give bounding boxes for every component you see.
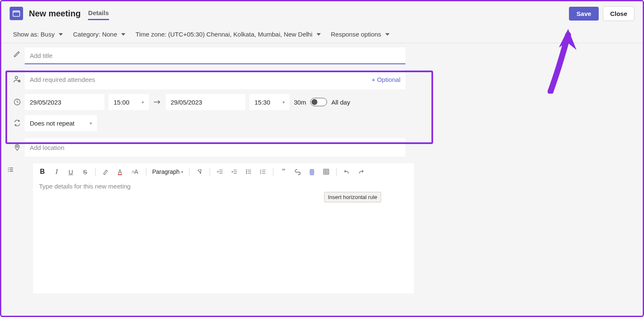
response-options-dropdown[interactable]: Response options bbox=[331, 31, 390, 38]
clock-icon bbox=[10, 94, 25, 106]
divider bbox=[336, 168, 337, 176]
underline-button[interactable]: U bbox=[67, 168, 75, 176]
location-icon bbox=[10, 137, 25, 151]
tooltip: Insert horizontal rule bbox=[324, 192, 381, 202]
svg-rect-1 bbox=[13, 11, 20, 13]
svg-rect-6 bbox=[118, 174, 122, 175]
end-time-field[interactable]: 15:30▾ bbox=[249, 94, 290, 110]
svg-point-9 bbox=[246, 173, 247, 174]
font-size-button[interactable]: AA bbox=[130, 168, 140, 176]
divider bbox=[210, 168, 210, 176]
show-as-dropdown[interactable]: Show as: Busy bbox=[13, 31, 63, 38]
outdent-button[interactable] bbox=[216, 168, 224, 176]
horizontal-rule-button[interactable] bbox=[308, 168, 316, 176]
duration-label: 30m bbox=[294, 99, 306, 106]
arrow-right-icon bbox=[153, 99, 161, 105]
recurrence-dropdown[interactable]: Does not repeat▾ bbox=[25, 115, 97, 131]
editor-toolbar: B I U S AA Paragraph▾ 123 ” bbox=[33, 163, 414, 180]
strikethrough-button[interactable]: S bbox=[81, 168, 89, 176]
quote-button[interactable]: ” bbox=[279, 168, 288, 176]
svg-point-7 bbox=[246, 170, 247, 171]
paragraph-dropdown[interactable]: Paragraph▾ bbox=[152, 168, 183, 175]
attendees-input[interactable]: Add required attendees + Optional bbox=[25, 69, 405, 89]
svg-rect-13 bbox=[324, 169, 329, 174]
numbered-list-button[interactable]: 123 bbox=[259, 168, 267, 176]
all-day-label: All day bbox=[331, 99, 350, 106]
indent-button[interactable] bbox=[230, 168, 239, 176]
divider bbox=[146, 168, 146, 176]
italic-button[interactable]: I bbox=[52, 168, 61, 176]
undo-button[interactable] bbox=[343, 168, 351, 176]
end-date-field[interactable]: 29/05/2023 bbox=[166, 94, 245, 110]
divider bbox=[273, 168, 273, 176]
redo-button[interactable] bbox=[357, 168, 365, 176]
add-optional-link[interactable]: + Optional bbox=[371, 76, 400, 83]
pencil-icon bbox=[10, 50, 25, 58]
svg-point-2 bbox=[15, 76, 18, 79]
category-dropdown[interactable]: Category: None bbox=[73, 31, 125, 38]
svg-point-8 bbox=[246, 171, 247, 173]
all-day-toggle[interactable] bbox=[310, 98, 327, 106]
people-icon bbox=[10, 70, 25, 84]
start-time-field[interactable]: 15:00▾ bbox=[109, 94, 149, 110]
page-title: New meeting bbox=[29, 9, 80, 18]
svg-point-5 bbox=[16, 146, 18, 147]
description-icon bbox=[3, 157, 18, 173]
clear-formatting-button[interactable] bbox=[195, 168, 204, 176]
tab-details[interactable]: Details bbox=[88, 7, 109, 20]
timezone-dropdown[interactable]: Time zone: (UTC+05:30) Chennai, Kolkata,… bbox=[135, 31, 321, 38]
link-button[interactable] bbox=[293, 168, 302, 176]
title-input[interactable] bbox=[25, 47, 405, 64]
font-color-button[interactable] bbox=[116, 168, 124, 176]
highlight-button[interactable] bbox=[101, 168, 110, 176]
calendar-icon bbox=[10, 7, 23, 20]
header-bar: New meeting Details Save Close bbox=[1, 1, 643, 26]
repeat-icon bbox=[10, 115, 25, 127]
divider bbox=[95, 168, 96, 176]
svg-text:3: 3 bbox=[260, 172, 261, 175]
bullet-list-button[interactable] bbox=[244, 168, 253, 176]
table-button[interactable] bbox=[322, 168, 330, 176]
location-input[interactable]: Add location bbox=[25, 138, 405, 157]
start-date-field[interactable]: 29/05/2023 bbox=[25, 94, 104, 110]
description-editor: B I U S AA Paragraph▾ 123 ” bbox=[33, 163, 414, 293]
description-body[interactable]: Type details for this new meeting bbox=[33, 180, 414, 192]
save-button[interactable]: Save bbox=[569, 7, 599, 21]
divider bbox=[189, 168, 190, 176]
options-bar: Show as: Busy Category: None Time zone: … bbox=[1, 26, 643, 43]
bold-button[interactable]: B bbox=[38, 168, 47, 176]
close-button[interactable]: Close bbox=[603, 6, 634, 21]
